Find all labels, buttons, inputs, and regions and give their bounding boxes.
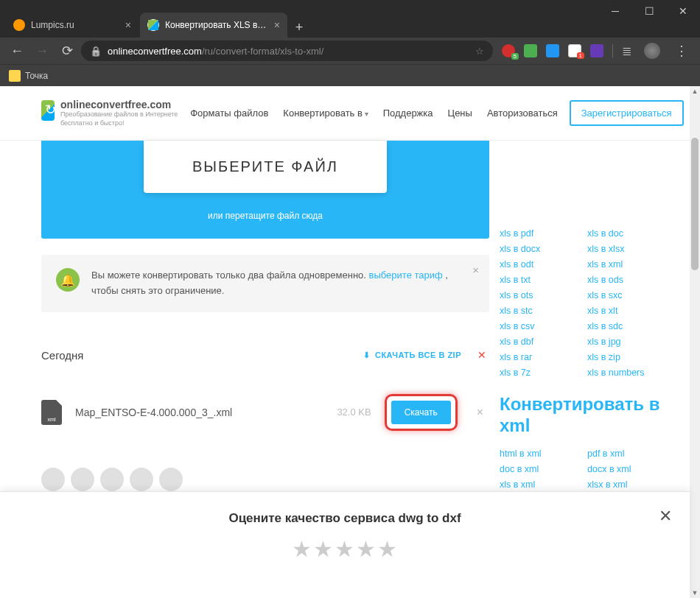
tab-onlineconvertfree[interactable]: Конвертировать XLS в XML онл × <box>140 13 287 38</box>
nav-support[interactable]: Поддержка <box>383 108 433 119</box>
choose-plan-link[interactable]: выберите тариф <box>369 270 443 281</box>
sidebar-heading: Конвертировать в xml <box>500 394 668 437</box>
favicon-icon <box>13 19 25 31</box>
register-button[interactable]: Зарегистрироваться <box>570 100 684 126</box>
extension-icon[interactable] <box>590 44 603 57</box>
nav-convert-to[interactable]: Конвертировать в <box>283 108 368 119</box>
bookmark-star-icon[interactable]: ☆ <box>475 46 484 57</box>
tab-title: Конвертировать XLS в XML онл <box>165 20 268 30</box>
url-input[interactable]: 🔒 onlineconvertfree.com/ru/convert-forma… <box>81 41 493 61</box>
tab-lumpics[interactable]: Lumpics.ru × <box>6 13 139 38</box>
conversion-link[interactable]: doc в xml <box>500 464 580 474</box>
tab-bar: Lumpics.ru × Конвертировать XLS в XML он… <box>0 11 700 38</box>
new-tab-button[interactable]: + <box>289 17 309 38</box>
nav-reload-button[interactable]: ⟳ <box>56 40 78 62</box>
share-icon[interactable] <box>71 468 94 491</box>
conversion-link[interactable]: xls в sdc <box>587 321 668 331</box>
extension-icon[interactable]: 1 <box>568 44 581 57</box>
conversion-link[interactable]: docx в xml <box>587 464 668 474</box>
download-all-zip-button[interactable]: ⬇ СКАЧАТЬ ВСЕ В ZIP <box>363 351 461 360</box>
url-path: /ru/convert-format/xls-to-xml/ <box>202 46 323 57</box>
file-type-icon: xml <box>41 400 62 425</box>
upload-zone[interactable]: ВЫБЕРИТЕ ФАЙЛ или перетащите файл сюда <box>41 141 489 239</box>
bookmarks-bar: Точка <box>0 64 700 86</box>
conversion-link[interactable]: xls в rar <box>500 352 580 362</box>
clear-today-button[interactable]: ✕ <box>477 349 489 361</box>
nav-forward-button[interactable]: → <box>31 40 53 62</box>
rating-panel: Оцените качество сервиса dwg to dxf ★★★★… <box>0 491 690 598</box>
scrollbar-up-icon[interactable]: ▲ <box>690 86 700 96</box>
notice-close-button[interactable]: × <box>472 264 479 276</box>
share-icon[interactable] <box>130 468 153 491</box>
window-close[interactable]: ✕ <box>666 0 700 22</box>
profile-avatar[interactable] <box>644 43 660 59</box>
share-icon[interactable] <box>100 468 124 491</box>
conversion-link[interactable]: xls в csv <box>500 321 580 331</box>
conversion-link[interactable]: xls в txt <box>500 275 580 285</box>
conversion-link[interactable]: xls в 7z <box>500 367 580 378</box>
bookmark-folder-icon <box>9 70 21 82</box>
scrollbar-thumb[interactable] <box>691 138 699 270</box>
bell-icon: 🔔 <box>56 268 80 292</box>
share-icons-row <box>41 468 489 491</box>
brand-tagline: Преобразование файлов в Интернете беспла… <box>60 110 178 127</box>
bookmark-item[interactable]: Точка <box>25 71 48 81</box>
nav-back-button[interactable]: ← <box>6 40 28 62</box>
logo-icon <box>41 100 55 121</box>
nav-formats[interactable]: Форматы файлов <box>190 108 268 119</box>
conversion-link[interactable]: xls в docx <box>500 244 580 254</box>
file-name: Map_ENTSO-E-4.000.000_3_.xml <box>75 407 323 418</box>
conversion-link[interactable]: xls в xml <box>587 259 668 270</box>
rating-stars[interactable]: ★★★★★ <box>292 536 399 562</box>
choose-file-button[interactable]: ВЫБЕРИТЕ ФАЙЛ <box>144 141 387 193</box>
extension-icon[interactable] <box>546 44 559 57</box>
scrollbar-down-icon[interactable]: ▼ <box>690 588 700 598</box>
vertical-scrollbar[interactable]: ▲ ▼ <box>690 86 700 598</box>
nav-prices[interactable]: Цены <box>448 108 472 119</box>
conversion-link[interactable]: xlsx в xml <box>587 479 668 490</box>
conversion-link[interactable]: xls в ods <box>587 275 668 285</box>
rating-close-button[interactable]: ✕ <box>659 507 672 526</box>
download-icon: ⬇ <box>363 351 371 360</box>
browser-menu-button[interactable]: ⋮ <box>669 43 694 59</box>
drag-hint: или перетащите файл сюда <box>41 211 489 221</box>
extension-icon[interactable] <box>524 44 537 57</box>
share-icon[interactable] <box>159 468 183 491</box>
limit-notice: 🔔 Вы можете конвертировать только два фа… <box>41 255 489 312</box>
conversion-link[interactable]: xls в doc <box>587 228 668 239</box>
url-domain: onlineconvertfree.com <box>108 46 202 57</box>
window-maximize[interactable]: ☐ <box>632 0 666 22</box>
tab-close-icon[interactable]: × <box>274 19 280 31</box>
conversion-link[interactable]: xls в xlsx <box>587 244 668 254</box>
nav-login[interactable]: Авторизоваться <box>487 108 558 119</box>
window-minimize[interactable]: ─ <box>598 0 632 22</box>
share-icon[interactable] <box>41 468 65 491</box>
conversion-link[interactable]: xls в numbers <box>587 367 668 378</box>
conversion-link[interactable]: html в xml <box>500 448 580 459</box>
today-section-header: Сегодня ⬇ СКАЧАТЬ ВСЕ В ZIP ✕ <box>41 349 489 362</box>
site-header: onlineconvertfree.com Преобразование фай… <box>0 86 690 141</box>
conversion-link[interactable]: xls в xml <box>500 479 580 490</box>
tab-close-icon[interactable]: × <box>125 19 131 31</box>
conversion-link[interactable]: xls в xlt <box>587 306 668 316</box>
download-highlight: Скачать <box>385 394 458 431</box>
rating-title: Оцените качество сервиса dwg to dxf <box>228 511 461 526</box>
file-remove-button[interactable]: × <box>471 406 489 419</box>
download-button[interactable]: Скачать <box>391 401 451 424</box>
window-titlebar <box>0 0 700 11</box>
conversion-link[interactable]: xls в stc <box>500 306 580 316</box>
conversion-link[interactable]: xls в jpg <box>587 337 668 347</box>
tab-title: Lumpics.ru <box>31 20 119 30</box>
conversion-link[interactable]: xls в odt <box>500 259 580 270</box>
conversion-link[interactable]: xls в dbf <box>500 337 580 347</box>
conversion-link[interactable]: pdf в xml <box>587 448 668 459</box>
lock-icon: 🔒 <box>90 46 102 57</box>
file-size: 32.0 KB <box>337 407 371 418</box>
conversion-link[interactable]: xls в ots <box>500 290 580 300</box>
conversion-link[interactable]: xls в sxc <box>587 290 668 300</box>
reading-list-icon[interactable]: ≣ <box>622 44 635 57</box>
site-logo[interactable]: onlineconvertfree.com Преобразование фай… <box>41 99 178 127</box>
conversion-link[interactable]: xls в pdf <box>500 228 580 239</box>
conversion-link[interactable]: xls в zip <box>587 352 668 362</box>
extension-icon[interactable]: 5 <box>502 44 515 57</box>
